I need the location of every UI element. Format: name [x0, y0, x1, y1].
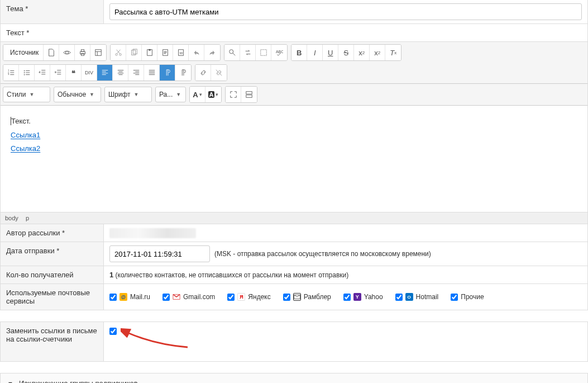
text-label: Текст * [0, 24, 588, 42]
svg-rect-2 [81, 50, 84, 52]
bidirtl-icon[interactable] [175, 65, 191, 81]
maximize-icon[interactable] [226, 87, 241, 102]
content-link1[interactable]: Ссылка1 [11, 131, 40, 139]
services-field: @ Mail.ru Gmail.com Я Яндекс Рамблер Y [104, 284, 587, 310]
replace-icon[interactable] [240, 45, 256, 60]
removeformat-icon[interactable]: Tx [385, 45, 401, 60]
newpage-icon[interactable] [44, 45, 59, 60]
service-rambler[interactable]: Рамблер [283, 293, 331, 301]
svg-point-21 [23, 72, 25, 73]
service-other[interactable]: Прочие [451, 293, 484, 301]
service-gmail[interactable]: Gmail.com [162, 293, 215, 301]
svg-point-14 [229, 50, 233, 54]
textcolor-icon[interactable]: A▾ [190, 87, 205, 102]
recipients-field: 1 (количество контактов, не отписавшихся… [104, 266, 587, 283]
service-rambler-checkbox[interactable] [283, 294, 290, 301]
path-body[interactable]: body [5, 215, 18, 221]
service-yahoo[interactable]: Y Yahoo [343, 293, 383, 301]
subject-row: Тема * [0, 0, 588, 24]
align-center-icon[interactable] [113, 65, 128, 81]
subject-input[interactable] [109, 3, 582, 20]
superscript-icon[interactable]: x2 [370, 45, 385, 60]
svg-text:3: 3 [7, 73, 9, 75]
svg-text:ABC: ABC [276, 50, 283, 54]
showblocks-icon[interactable] [241, 87, 257, 102]
print-icon[interactable] [75, 45, 90, 60]
underline-icon[interactable]: U [323, 45, 338, 60]
author-field [104, 224, 587, 242]
link-icon[interactable] [195, 65, 211, 81]
bold-icon[interactable]: B [291, 45, 307, 60]
editor-elements-path: body p [1, 212, 587, 224]
italic-icon[interactable]: I [307, 45, 323, 60]
undo-icon[interactable] [189, 45, 204, 60]
service-other-checkbox[interactable] [451, 294, 458, 301]
preview-icon[interactable] [59, 45, 75, 60]
replacelinks-checkbox[interactable] [109, 328, 117, 335]
find-icon[interactable] [224, 45, 240, 60]
service-mailru-checkbox[interactable] [109, 294, 117, 301]
size-select[interactable]: Ра...▼ [155, 87, 186, 102]
cut-icon[interactable] [111, 45, 126, 60]
unlink-icon[interactable] [211, 65, 227, 81]
bidiltr-icon[interactable] [160, 65, 175, 81]
creatediv-icon[interactable]: DIV [82, 65, 97, 81]
subscript-icon[interactable]: x2 [354, 45, 370, 60]
service-yandex[interactable]: Я Яндекс [227, 293, 270, 301]
senddate-field: (MSK - отправка рассылок осуществляется … [104, 242, 587, 266]
outdent-icon[interactable] [35, 65, 50, 81]
blockquote-icon[interactable]: ❝ [66, 65, 82, 81]
templates-icon[interactable] [90, 45, 106, 60]
styles-select[interactable]: Стили▼ [3, 87, 50, 102]
paste-word-icon[interactable]: W [173, 45, 189, 60]
replacelinks-row: Заменить ссылки в письме на ссылки-счетч… [0, 321, 588, 362]
editor-toolbar-row2: Стили▼ Обычное▼ Шрифт▼ Ра...▼ A▾ A▾ [1, 84, 587, 106]
chevron-down-icon: ▼ [7, 380, 13, 384]
bgcolor-icon[interactable]: A▾ [205, 87, 221, 102]
redo-icon[interactable] [204, 45, 220, 60]
exclude-groups-header[interactable]: ▼ Исключающие группы подписчиков [0, 373, 588, 383]
rambler-icon [293, 293, 301, 301]
senddate-row: Дата отправки * (MSK - отправка рассылок… [0, 242, 588, 266]
align-left-icon[interactable] [97, 65, 113, 81]
font-select[interactable]: Шрифт▼ [104, 87, 152, 102]
copy-icon[interactable] [126, 45, 142, 60]
senddate-label: Дата отправки * [1, 242, 104, 266]
service-hotmail-checkbox[interactable] [395, 294, 403, 301]
paste-icon[interactable] [142, 45, 157, 60]
source-button[interactable]: Источник [3, 45, 44, 60]
selectall-icon[interactable] [256, 45, 271, 60]
editor-content[interactable]: Текст. Ссылка1 Ссылка2 [1, 106, 587, 212]
service-yandex-checkbox[interactable] [227, 294, 235, 301]
editor-toolbar-row1: Источник W ABC B I U S x2 x2 [1, 42, 587, 84]
align-right-icon[interactable] [128, 65, 144, 81]
replacelinks-field [104, 322, 587, 361]
service-hotmail[interactable]: O Hotmail [395, 293, 439, 301]
recipients-hint: (количество контактов, не отписавшихся о… [113, 271, 348, 279]
svg-point-22 [23, 74, 25, 75]
indent-icon[interactable] [50, 65, 66, 81]
service-mailru[interactable]: @ Mail.ru [109, 293, 150, 301]
recipients-label: Кол-во получателей [1, 266, 104, 283]
senddate-input[interactable] [109, 245, 210, 262]
subject-field [104, 0, 587, 23]
paste-text-icon[interactable] [157, 45, 173, 60]
replacelinks-label: Заменить ссылки в письме на ссылки-счетч… [1, 322, 104, 361]
svg-rect-15 [260, 50, 266, 56]
bulletlist-icon[interactable] [19, 65, 35, 81]
service-yahoo-checkbox[interactable] [343, 294, 351, 301]
spellcheck-icon[interactable]: ABC [271, 45, 287, 60]
svg-rect-23 [246, 92, 252, 94]
subject-label: Тема * [1, 0, 104, 23]
svg-rect-10 [149, 49, 151, 51]
format-select[interactable]: Обычное▼ [54, 87, 101, 102]
numberedlist-icon[interactable]: 123 [3, 65, 19, 81]
yandex-icon: Я [237, 293, 245, 301]
path-p[interactable]: p [26, 215, 29, 221]
align-justify-icon[interactable] [144, 65, 160, 81]
senddate-hint: (MSK - отправка рассылок осуществляется … [214, 250, 431, 258]
service-gmail-checkbox[interactable] [162, 294, 170, 301]
content-link2[interactable]: Ссылка2 [11, 144, 40, 153]
svg-point-20 [23, 70, 25, 72]
strike-icon[interactable]: S [338, 45, 354, 60]
